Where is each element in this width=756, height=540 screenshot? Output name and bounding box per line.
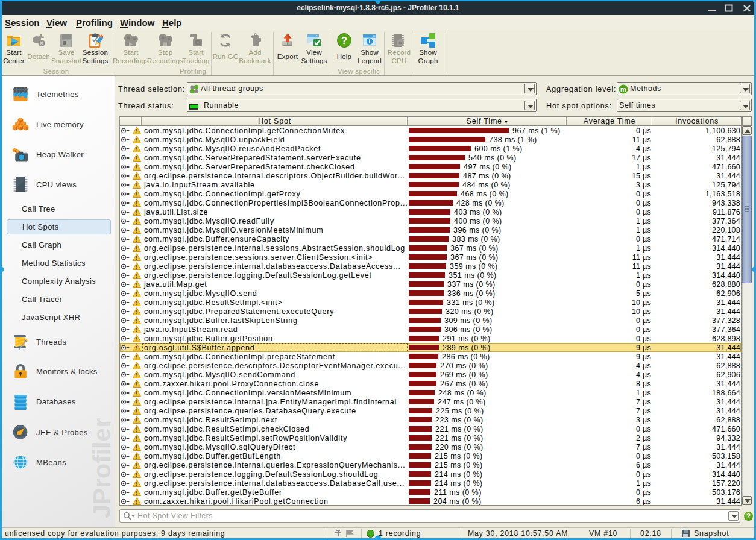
svg-text:m: m (620, 86, 626, 93)
